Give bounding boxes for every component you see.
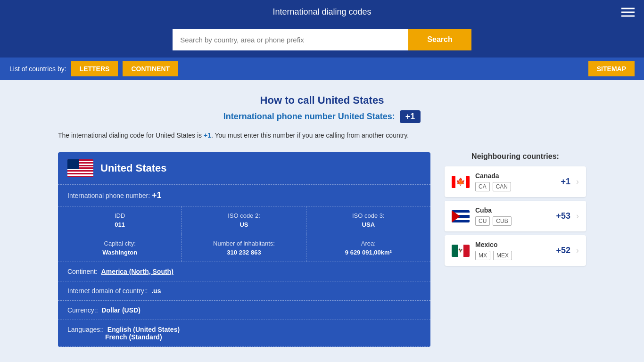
page-title: How to call United States: [58, 94, 586, 107]
inhabitants-label: Number of inhabitants:: [189, 240, 298, 247]
capital-label: Capital city:: [65, 240, 174, 247]
currency-row: Currency:: Dollar (USD): [58, 301, 430, 320]
letters-button[interactable]: LETTERS: [71, 61, 118, 76]
area-cell: Area: 9 629 091,00km²: [306, 234, 430, 262]
site-title: International dialing codes: [272, 7, 371, 17]
area-label: Area:: [314, 240, 423, 247]
cuba-code2: CU: [475, 216, 490, 226]
details-grid: Capital city: Washington Number of inhab…: [58, 234, 430, 262]
hamburger-menu[interactable]: [621, 8, 635, 16]
dial-code-badge: +1: [400, 110, 421, 123]
chevron-right-icon: ›: [576, 246, 579, 255]
mexico-code3: MEX: [493, 251, 512, 260]
iso3-label: ISO code 3:: [314, 212, 423, 219]
mexico-codes: MX MEX: [475, 251, 550, 260]
mexico-name: Mexico: [475, 241, 550, 248]
cuba-dial: +53: [556, 211, 570, 221]
neighbours-title: Neighbouring countries:: [445, 152, 586, 161]
area-value: 9 629 091,00km²: [314, 249, 423, 256]
search-bar: Search: [0, 24, 644, 58]
languages-label: Languages::: [67, 326, 104, 333]
header: International dialing codes: [0, 0, 644, 24]
cuba-codes: CU CUB: [475, 216, 550, 226]
currency-value: Dollar (USD): [101, 306, 140, 314]
mexico-code2: MX: [475, 251, 490, 260]
mexico-flag: 🦅: [452, 245, 470, 257]
canada-code2: CA: [475, 182, 490, 191]
currency-label: Currency::: [67, 306, 98, 314]
inhabitants-cell: Number of inhabitants: 310 232 863: [182, 234, 306, 262]
iso2-label: ISO code 2:: [189, 212, 298, 219]
chevron-right-icon: ›: [576, 177, 579, 187]
idd-value: 011: [65, 221, 174, 228]
internet-row: Internet domain of country:: .us: [58, 281, 430, 301]
neighbours-section: Neighbouring countries: 🍁 Canada CA CAN …: [445, 152, 586, 270]
cuba-code3: CUB: [493, 216, 511, 226]
cuba-info: Cuba CU CUB: [475, 206, 550, 226]
iso3-cell: ISO code 3: USA: [306, 206, 430, 234]
content-columns: United States International phone number…: [58, 152, 586, 347]
continent-row: Continent: America (North, South): [58, 262, 430, 281]
capital-cell: Capital city: Washington: [58, 234, 182, 262]
country-description: The international dialing code for Unite…: [58, 130, 586, 140]
page-subtitle: International phone number United States…: [58, 110, 586, 123]
neighbour-cuba[interactable]: Cuba CU CUB +53 ›: [445, 201, 586, 231]
sitemap-button[interactable]: SITEMAP: [588, 61, 635, 76]
canada-flag: 🍁: [452, 176, 470, 188]
nav-bar: List of countries by: LETTERS CONTINENT …: [0, 58, 644, 80]
continent-button[interactable]: CONTINENT: [123, 61, 178, 76]
subtitle-prefix: International phone number United States…: [223, 112, 395, 121]
mexico-info: Mexico MX MEX: [475, 241, 550, 260]
mexico-dial: +52: [556, 246, 570, 255]
capital-value: Washington: [65, 249, 174, 256]
country-flag: [67, 159, 93, 177]
codes-grid: IDD 011 ISO code 2: US ISO code 3: USA: [58, 206, 430, 234]
main-content: How to call United States International …: [39, 80, 605, 361]
intl-phone-value: +1: [152, 190, 162, 200]
intl-phone-label: International phone number:: [67, 192, 150, 199]
iso2-cell: ISO code 2: US: [182, 206, 306, 234]
canada-dial: +1: [561, 177, 570, 187]
continent-label: Continent:: [67, 268, 98, 275]
neighbour-canada[interactable]: 🍁 Canada CA CAN +1 ›: [445, 166, 586, 197]
canada-code3: CAN: [493, 182, 511, 191]
languages-value-2: French (Standard): [67, 333, 162, 341]
cuba-flag: [452, 210, 470, 222]
canada-name: Canada: [475, 172, 555, 180]
search-input[interactable]: [173, 29, 408, 50]
country-header: United States: [58, 152, 430, 185]
country-name: United States: [100, 162, 167, 174]
neighbour-mexico[interactable]: 🦅 Mexico MX MEX +52 ›: [445, 235, 586, 266]
iso2-value: US: [189, 221, 298, 228]
iso3-value: USA: [314, 221, 423, 228]
chevron-right-icon: ›: [576, 211, 579, 221]
cuba-name: Cuba: [475, 206, 550, 214]
phone-number-row: International phone number: +1: [58, 185, 430, 206]
nav-list-label: List of countries by:: [9, 65, 66, 73]
nav-left: List of countries by: LETTERS CONTINENT: [9, 61, 178, 76]
internet-label: Internet domain of country::: [67, 287, 148, 295]
canada-codes: CA CAN: [475, 182, 555, 191]
country-card: United States International phone number…: [58, 152, 430, 347]
inhabitants-value: 310 232 863: [189, 249, 298, 256]
idd-label: IDD: [65, 212, 174, 219]
idd-cell: IDD 011: [58, 206, 182, 234]
internet-value: .us: [151, 287, 161, 295]
continent-link[interactable]: America (North, South): [101, 268, 173, 275]
maple-leaf-icon: 🍁: [456, 177, 465, 186]
languages-value-1: English (United States): [107, 326, 180, 333]
languages-row: Languages:: English (United States) Fren…: [58, 320, 430, 347]
canada-info: Canada CA CAN: [475, 172, 555, 191]
search-button[interactable]: Search: [408, 29, 471, 50]
